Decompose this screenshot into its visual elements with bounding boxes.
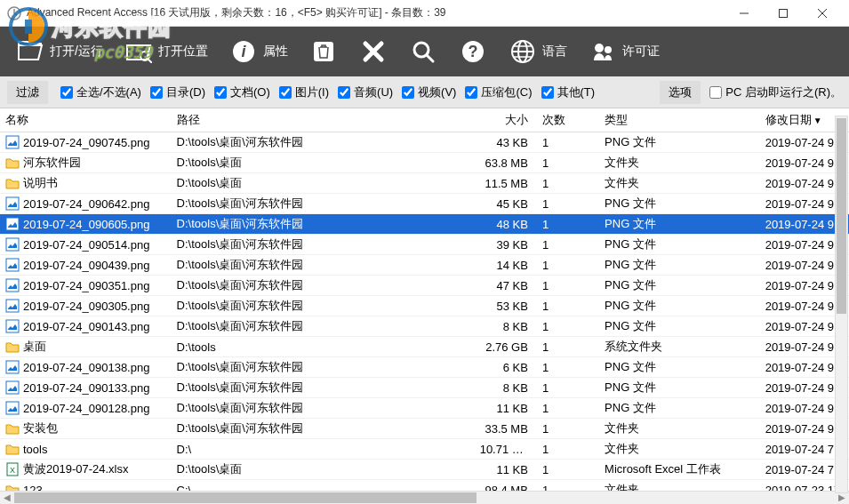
cell-size: 39 KB [475,235,537,255]
table-row[interactable]: 2019-07-24_090143.pngD:\tools\桌面\河东软件园8 … [0,316,849,337]
table-row[interactable]: 2019-07-24_090605.pngD:\tools\桌面\河东软件园48… [0,214,849,235]
scrollbar-horizontal[interactable]: ◀ ▶ [0,491,849,504]
cell-count: 1 [537,132,599,153]
minimize-button[interactable] [725,0,764,27]
maximize-button[interactable] [764,0,803,27]
license-label: 许可证 [622,44,660,60]
table-row[interactable]: 河东软件园D:\tools\桌面63.8 MB1文件夹2019-07-24 9:… [0,153,849,173]
table-row[interactable]: toolsD:\10.71 GB1文件夹2019-07-24 7:5 [0,439,849,460]
scroll-right-arrow[interactable]: ▶ [835,492,849,504]
table-row[interactable]: 2019-07-24_090133.pngD:\tools\桌面\河东软件园8 … [0,378,849,398]
table-row[interactable]: 安装包D:\tools\桌面\河东软件园33.5 MB1文件夹2019-07-2… [0,419,849,439]
col-size[interactable]: 大小 [475,108,537,132]
col-count[interactable]: 次数 [537,108,599,132]
properties-button[interactable]: i 属性 [222,34,295,69]
cell-count: 1 [537,235,599,255]
filter-label: 过滤 [7,81,48,104]
cell-path: D:\tools\桌面 [172,153,475,173]
scrollbar-vertical[interactable] [835,116,848,493]
svg-text:X: X [10,466,15,475]
table-row[interactable]: 2019-07-24_090745.pngD:\tools\桌面\河东软件园43… [0,132,849,153]
cell-type: PNG 文件 [599,194,760,214]
cell-size: 10.71 GB [475,439,537,460]
table-row[interactable]: 说明书D:\tools\桌面11.5 MB1文件夹2019-07-24 9:0 [0,173,849,194]
filter-video[interactable]: 视频(V) [402,84,456,100]
folder-icon [5,156,20,170]
filter-other[interactable]: 其他(T) [541,84,596,100]
xlsx-icon: X [5,462,20,476]
cell-size: 11.5 MB [475,173,537,194]
png-icon [5,360,20,374]
table-row[interactable]: 123C:\98.4 MB1文件夹2019-07-23 17 [0,480,849,492]
table-row[interactable]: 2019-07-24_090138.pngD:\tools\桌面\河东软件园6 … [0,357,849,378]
cell-name: 2019-07-24_090138.png [23,361,149,374]
cell-name: 河东软件园 [23,155,81,171]
delete-button[interactable] [352,34,395,69]
license-button[interactable]: 许可证 [581,34,667,69]
scroll-left-arrow[interactable]: ◀ [0,492,14,504]
open-location-label: 打开位置 [158,44,208,60]
table-row[interactable]: 2019-07-24_090305.pngD:\tools\桌面\河东软件园53… [0,296,849,316]
svg-rect-26 [6,279,19,292]
png-icon [5,196,20,211]
svg-rect-23 [6,218,19,230]
cell-size: 6 KB [475,357,537,378]
cell-count: 1 [537,173,599,194]
svg-rect-22 [6,197,19,210]
cell-path: D:\tools\桌面\河东软件园 [172,255,475,276]
titlebar: Advanced Recent Access [16 天试用版，剩余天数：16，… [0,0,849,27]
png-icon [5,299,20,313]
language-button[interactable]: 语言 [501,34,574,69]
table-row[interactable]: 2019-07-24_090128.pngD:\tools\桌面\河东软件园11… [0,398,849,419]
png-icon [5,258,20,272]
png-icon [5,237,20,252]
recycle-button[interactable] [302,34,345,69]
options-label[interactable]: 选项 [660,81,701,104]
table-row[interactable]: 2019-07-24_090514.pngD:\tools\桌面\河东软件园39… [0,235,849,255]
cell-path: D:\tools\桌面\河东软件园 [172,194,475,214]
cell-count: 1 [537,296,599,316]
table-row[interactable]: 2019-07-24_090351.pngD:\tools\桌面\河东软件园47… [0,276,849,296]
filter-select-all[interactable]: 全选/不选(A) [60,84,141,100]
table-row[interactable]: 桌面D:\tools2.76 GB1系统文件夹2019-07-24 9:0 [0,337,849,357]
svg-rect-25 [6,259,19,271]
folder-icon [5,442,20,456]
cell-path: D:\tools\桌面\河东软件园 [172,316,475,337]
cell-size: 63.8 MB [475,153,537,173]
option-run-on-start[interactable]: PC 启动即运行之(R)。 [709,84,842,100]
cell-size: 2.76 GB [475,337,537,357]
col-path[interactable]: 路径 [172,108,475,132]
cell-name: 桌面 [23,339,46,355]
file-list[interactable]: 名称 路径 大小 次数 类型 修改日期▼ 2019-07-24_090745.p… [0,108,849,491]
help-button[interactable]: ? [452,34,494,69]
cell-type: PNG 文件 [599,357,760,378]
table-row[interactable]: 2019-07-24_090439.pngD:\tools\桌面\河东软件园14… [0,255,849,276]
col-name[interactable]: 名称 [0,108,172,132]
png-icon [5,217,20,231]
cell-name: 2019-07-24_090439.png [23,259,149,272]
cell-name: 2019-07-24_090305.png [23,300,149,313]
cell-type: PNG 文件 [599,296,760,316]
scroll-thumb[interactable] [14,492,477,503]
close-button[interactable] [803,0,842,27]
filter-audio[interactable]: 音频(U) [338,84,393,100]
table-row[interactable]: X黄波2019-07-24.xlsxD:\tools\桌面11 KB1Micro… [0,460,849,480]
col-type[interactable]: 类型 [599,108,760,132]
table-header-row: 名称 路径 大小 次数 类型 修改日期▼ [0,108,849,132]
search-button[interactable] [402,34,445,69]
svg-point-19 [595,44,604,52]
folder-icon [5,176,20,190]
filter-compressed[interactable]: 压缩包(C) [465,84,532,100]
filter-folders[interactable]: 目录(D) [150,84,205,100]
scroll-thumb-v[interactable] [837,118,846,314]
cell-count: 1 [537,460,599,480]
cell-name: 2019-07-24_090745.png [23,136,149,149]
cell-count: 1 [537,480,599,492]
scroll-track[interactable] [14,492,835,504]
table-row[interactable]: 2019-07-24_090642.pngD:\tools\桌面\河东软件园45… [0,194,849,214]
filter-images[interactable]: 图片(I) [279,84,329,100]
svg-text:?: ? [468,43,477,60]
cell-size: 33.5 MB [475,419,537,439]
filter-documents[interactable]: 文档(O) [214,84,270,100]
cell-path: D:\tools\桌面 [172,173,475,194]
